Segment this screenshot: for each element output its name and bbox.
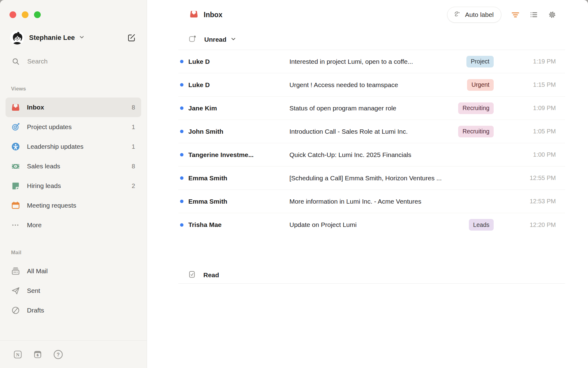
sidebar-item-project-updates[interactable]: Project updates 1 (6, 117, 141, 137)
email-row[interactable]: Trisha Mae Update on Project Lumi Leads … (178, 213, 565, 236)
email-tag: Urgent (467, 79, 494, 91)
mail-section-header: Mail (11, 250, 147, 256)
sidebar-item-label: Meeting requests (27, 202, 76, 209)
inbox-icon (189, 10, 198, 20)
inbox-view: Inbox Auto label (147, 0, 588, 368)
email-row[interactable]: Tangerine Investme... Quick Catch-Up: Lu… (178, 143, 565, 167)
notion-logo-icon[interactable]: N (13, 350, 22, 359)
list-view-icon[interactable] (529, 10, 539, 20)
sidebar-item-all-mail[interactable]: All Mail (6, 261, 141, 281)
unread-section-label: Unread (204, 36, 226, 43)
minimize-window-button[interactable] (22, 11, 28, 18)
sidebar-item-label: Leadership updates (27, 143, 83, 150)
compose-button[interactable] (127, 33, 136, 42)
sidebar-item-label: All Mail (27, 267, 48, 275)
filter-icon[interactable] (510, 10, 521, 20)
email-subject: Quick Catch-Up: Lumi Inc. 2025 Financial… (289, 151, 516, 159)
email-subject: More information in Lumi Inc. - Acme Ven… (289, 198, 516, 205)
chevron-down-icon[interactable] (79, 34, 85, 41)
settings-gear-icon[interactable] (547, 10, 557, 20)
note-icon (11, 181, 20, 190)
sidebar-item-hiring-leads[interactable]: Hiring leads 2 (6, 176, 141, 196)
email-sender: Jane Kim (188, 105, 289, 112)
draft-pencil-icon (11, 306, 20, 315)
email-tag: Project (466, 56, 494, 67)
zoom-window-button[interactable] (34, 11, 41, 18)
email-row[interactable]: Emma Smith [Scheduling a Call] Emma Smit… (178, 167, 565, 190)
email-subject: Interested in project Lumi, open to a co… (289, 58, 466, 65)
avatar (10, 31, 24, 45)
app-window: Stephanie Lee Search Views (0, 0, 588, 368)
sidebar-item-sales-leads[interactable]: Sales leads 8 (6, 156, 141, 176)
archive-icon (11, 266, 20, 276)
unread-dot (180, 200, 183, 203)
email-sender: John Smith (188, 128, 289, 135)
sidebar-item-sent[interactable]: Sent (6, 281, 141, 301)
sidebar-item-label: Hiring leads (27, 182, 61, 190)
unread-dot (180, 176, 183, 180)
read-section-label: Read (203, 271, 219, 279)
unread-icon (188, 35, 197, 44)
account-switcher: Stephanie Lee (0, 30, 147, 46)
auto-label-icon (453, 10, 462, 20)
sidebar-item-drafts[interactable]: Drafts (6, 301, 141, 320)
email-time: 1:00 PM (516, 151, 556, 158)
email-sender: Tangerine Investme... (188, 151, 289, 159)
mail-list: All Mail Sent Drafts (0, 261, 147, 320)
unread-count: 8 (132, 163, 135, 170)
ellipsis-icon (11, 220, 20, 230)
svg-text:?: ? (57, 352, 60, 357)
email-subject: Introduction Call - Sales Role at Lumi I… (289, 128, 458, 135)
email-subject: [Scheduling a Call] Emma Smith, Horizon … (289, 174, 516, 182)
email-list: Luke D Interested in project Lumi, open … (178, 50, 565, 236)
close-window-button[interactable] (9, 11, 16, 18)
sidebar-item-more[interactable]: More (6, 215, 141, 235)
sidebar-item-leadership-updates[interactable]: Leadership updates 1 (6, 137, 141, 156)
unread-dot (180, 130, 183, 133)
email-time: 1:19 PM (516, 58, 556, 65)
email-time: 12:55 PM (516, 174, 556, 182)
unread-section-header[interactable]: Unread (178, 29, 565, 50)
read-checkbox-icon (188, 270, 196, 280)
email-row[interactable]: John Smith Introduction Call - Sales Rol… (178, 120, 565, 143)
cash-icon (11, 162, 20, 171)
email-sender: Luke D (188, 58, 289, 65)
email-time: 1:09 PM (516, 105, 556, 112)
paper-plane-icon (11, 286, 20, 295)
unread-dot (180, 153, 183, 156)
email-time: 12:53 PM (516, 198, 556, 205)
email-time: 1:05 PM (516, 128, 556, 135)
read-section-header[interactable]: Read (178, 266, 565, 284)
help-icon[interactable]: ? (53, 349, 63, 360)
target-icon (11, 122, 20, 132)
unread-count: 1 (132, 143, 135, 150)
email-sender: Emma Smith (188, 198, 289, 205)
email-time: 12:20 PM (516, 221, 556, 228)
calendar-icon (11, 201, 20, 210)
sidebar-item-meeting-requests[interactable]: Meeting requests (6, 196, 141, 215)
sidebar-item-label: Sent (27, 287, 40, 294)
sidebar-item-inbox[interactable]: Inbox 8 (6, 98, 141, 117)
sidebar-item-label: More (27, 221, 42, 229)
email-row[interactable]: Luke D Urgent ! Access needed to teamspa… (178, 73, 565, 97)
email-sender: Luke D (188, 81, 289, 89)
email-tag: Recruiting (458, 102, 494, 114)
sidebar-item-label: Drafts (27, 307, 44, 314)
person-circle-icon (11, 142, 20, 151)
email-row[interactable]: Luke D Interested in project Lumi, open … (178, 50, 565, 73)
unread-dot (180, 106, 183, 110)
email-subject: Urgent ! Access needed to teamspace (289, 81, 467, 89)
unread-dot (180, 83, 183, 86)
page-title: Inbox (204, 11, 222, 19)
search[interactable]: Search (12, 56, 147, 67)
calendar-app-icon[interactable]: 6 (33, 350, 42, 359)
email-row[interactable]: Jane Kim Status of open program manager … (178, 97, 565, 120)
sidebar: Stephanie Lee Search Views (0, 0, 147, 368)
email-row[interactable]: Emma Smith More information in Lumi Inc.… (178, 190, 565, 213)
window-controls (0, 0, 147, 18)
user-name[interactable]: Stephanie Lee (29, 34, 75, 42)
auto-label-button[interactable]: Auto label (447, 7, 501, 23)
chevron-down-icon (231, 36, 236, 43)
sidebar-item-label: Project updates (27, 123, 72, 131)
email-tag: Leads (469, 219, 494, 231)
